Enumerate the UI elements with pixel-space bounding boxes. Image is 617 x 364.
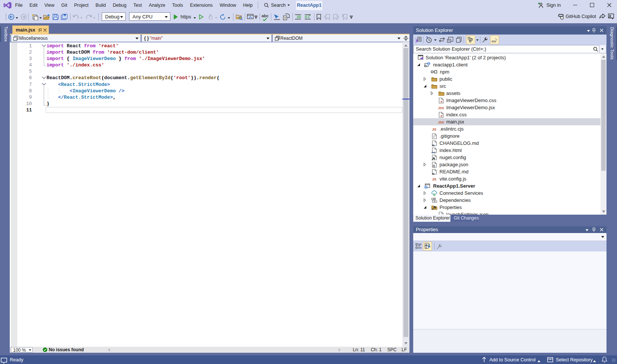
svg-text:A: A [425,244,427,246]
svg-text:a: a [441,99,442,103]
svg-text:JSX: JSX [438,106,444,110]
svg-text:JSX: JSX [438,120,444,124]
svg-text:{}: {} [433,164,435,167]
svg-text:JS: JS [432,177,436,181]
svg-text:a: a [441,114,442,117]
svg-text:M↓: M↓ [432,144,435,147]
svg-text:Z: Z [426,246,427,249]
svg-text:M↓: M↓ [432,173,435,175]
svg-text:JS: JS [432,127,436,131]
